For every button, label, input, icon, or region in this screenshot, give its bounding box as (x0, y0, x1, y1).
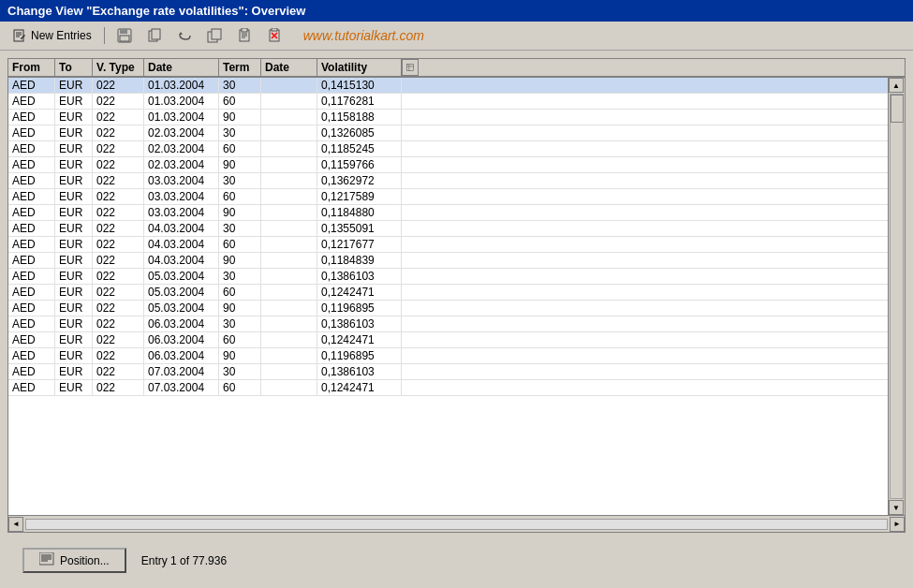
table-cell: EUR (55, 94, 93, 109)
table-row[interactable]: AEDEUR02202.03.2004900,1159766 (8, 157, 888, 173)
table-cell: EUR (55, 205, 93, 220)
edit-icon (12, 28, 27, 43)
table-cell: 04.03.2004 (144, 237, 219, 252)
table-cell: EUR (55, 316, 93, 331)
table-cell (261, 237, 317, 252)
table-cell: AED (8, 269, 55, 284)
table-cell (261, 110, 317, 125)
table-cell: AED (8, 94, 55, 109)
table-cell: AED (8, 285, 55, 300)
scroll-thumb[interactable] (891, 95, 904, 123)
copy-button[interactable] (202, 25, 227, 46)
table-cell: 03.03.2004 (144, 173, 219, 188)
horizontal-scrollbar[interactable]: ◄ ► (8, 515, 905, 532)
delete-icon (267, 28, 282, 43)
table-row[interactable]: AEDEUR02203.03.2004300,1362972 (8, 173, 888, 189)
scroll-left-button[interactable]: ◄ (8, 517, 23, 532)
table-cell: 30 (219, 78, 261, 93)
table-cell: 01.03.2004 (144, 78, 219, 93)
table-cell: 0,1362972 (317, 173, 402, 188)
table-cell: 0,1217677 (317, 237, 402, 252)
table-cell: 0,1184839 (317, 253, 402, 268)
table-cell: EUR (55, 125, 93, 140)
table-cell (261, 205, 317, 220)
table-row[interactable]: AEDEUR02207.03.2004300,1386103 (8, 364, 888, 380)
table-cell: 022 (93, 221, 144, 236)
table-cell: AED (8, 221, 55, 236)
undo-button[interactable] (172, 25, 197, 46)
table-cell (261, 94, 317, 109)
table-row[interactable]: AEDEUR02206.03.2004900,1196895 (8, 348, 888, 364)
table-row[interactable]: AEDEUR02203.03.2004600,1217589 (8, 189, 888, 205)
table-cell: EUR (55, 157, 93, 172)
table-cell (261, 253, 317, 268)
table-cell: 022 (93, 125, 144, 140)
table-cell: AED (8, 301, 55, 316)
copy-doc-icon (147, 28, 162, 43)
col-header-date: Date (144, 59, 219, 76)
scroll-down-button[interactable]: ▼ (889, 500, 904, 515)
scroll-up-button[interactable]: ▲ (889, 78, 904, 93)
table-cell: 90 (219, 253, 261, 268)
table-row[interactable]: AEDEUR02202.03.2004600,1185245 (8, 141, 888, 157)
position-button[interactable]: Position... (22, 548, 126, 573)
table-cell: 90 (219, 110, 261, 125)
table-row[interactable]: AEDEUR02201.03.2004600,1176281 (8, 94, 888, 110)
table-cell: 0,1185245 (317, 141, 402, 156)
table-row[interactable]: AEDEUR02203.03.2004900,1184880 (8, 205, 888, 221)
table-cell: 04.03.2004 (144, 253, 219, 268)
table-cell (261, 332, 317, 347)
scroll-right-button[interactable]: ► (890, 517, 905, 532)
title-bar: Change View "Exchange rate volatilities"… (0, 0, 913, 22)
table-cell: EUR (55, 189, 93, 204)
table-row[interactable]: AEDEUR02204.03.2004900,1184839 (8, 253, 888, 269)
copy-doc-button[interactable] (142, 25, 167, 46)
table-row[interactable]: AEDEUR02205.03.2004900,1196895 (8, 301, 888, 316)
watermark: www.tutorialkart.com (303, 28, 424, 43)
table-row[interactable]: AEDEUR02206.03.2004300,1386103 (8, 316, 888, 332)
save-button[interactable] (112, 25, 137, 46)
copy-icon (207, 28, 222, 43)
table-cell: EUR (55, 253, 93, 268)
vertical-scrollbar[interactable]: ▲ ▼ (888, 78, 905, 515)
table-cell: 06.03.2004 (144, 316, 219, 331)
col-header-from: From (8, 59, 55, 76)
table-cell: AED (8, 157, 55, 172)
delete-button[interactable] (262, 25, 287, 46)
table-row[interactable]: AEDEUR02205.03.2004600,1242471 (8, 285, 888, 301)
save-icon (117, 28, 132, 43)
table-cell (261, 221, 317, 236)
table-cell: 60 (219, 285, 261, 300)
table-row[interactable]: AEDEUR02201.03.2004300,1415130 (8, 78, 888, 94)
table-row[interactable]: AEDEUR02202.03.2004300,1326085 (8, 125, 888, 141)
table-cell: 0,1386103 (317, 364, 402, 379)
new-entries-label: New Entries (31, 29, 92, 42)
table-cell: 06.03.2004 (144, 348, 219, 363)
table-cell: 05.03.2004 (144, 301, 219, 316)
table-cell: 60 (219, 237, 261, 252)
edit-button[interactable]: New Entries (7, 25, 96, 46)
table-body[interactable]: AEDEUR02201.03.2004300,1415130AEDEUR0220… (8, 78, 888, 515)
svg-rect-21 (407, 65, 414, 71)
window-title: Change View "Exchange rate volatilities"… (7, 4, 305, 18)
table-row[interactable]: AEDEUR02205.03.2004300,1386103 (8, 269, 888, 285)
paste-button[interactable] (232, 25, 257, 46)
table-cell: AED (8, 316, 55, 331)
col-header-volatility: Volatility (317, 59, 402, 76)
table-row[interactable]: AEDEUR02201.03.2004900,1158188 (8, 110, 888, 125)
table-cell: 30 (219, 364, 261, 379)
table-row[interactable]: AEDEUR02207.03.2004600,1242471 (8, 380, 888, 396)
column-config-button[interactable] (402, 59, 419, 76)
table-cell: 0,1196895 (317, 348, 402, 363)
table-cell: 0,1415130 (317, 78, 402, 93)
table-cell (261, 78, 317, 93)
table-cell (261, 316, 317, 331)
table-cell (261, 364, 317, 379)
table-row[interactable]: AEDEUR02204.03.2004600,1217677 (8, 237, 888, 253)
table-cell (261, 173, 317, 188)
table-cell: AED (8, 205, 55, 220)
table-row[interactable]: AEDEUR02204.03.2004300,1355091 (8, 221, 888, 237)
table-row[interactable]: AEDEUR02206.03.2004600,1242471 (8, 332, 888, 348)
table-cell: 022 (93, 157, 144, 172)
table-body-container: AEDEUR02201.03.2004300,1415130AEDEUR0220… (8, 78, 905, 515)
